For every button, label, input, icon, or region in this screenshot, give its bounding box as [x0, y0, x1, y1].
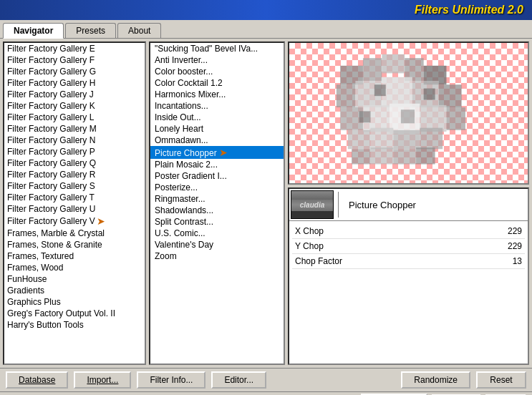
- svg-rect-23: [416, 147, 435, 164]
- svg-rect-2: [363, 58, 382, 81]
- param-row: X Chop229: [292, 224, 525, 239]
- category-item[interactable]: Filter Factory Gallery H: [4, 77, 145, 89]
- status-bar: Database: ICNET-Filters Filters: 4371 ➤ …: [0, 391, 532, 395]
- filter-info-button[interactable]: Filter Info...: [137, 371, 205, 389]
- filter-item[interactable]: Posterize...: [150, 182, 284, 193]
- param-label: Y Chop: [295, 241, 493, 251]
- svg-rect-6: [337, 84, 355, 107]
- import-button[interactable]: Import...: [74, 371, 131, 389]
- main-content: Filter Factory Gallery EFilter Factory G…: [0, 39, 532, 368]
- filter-item[interactable]: Valentine's Day: [150, 239, 284, 250]
- reset-button[interactable]: Reset: [476, 371, 526, 389]
- svg-rect-16: [348, 130, 371, 149]
- category-item[interactable]: Graphics Plus: [4, 296, 145, 308]
- svg-rect-17: [371, 128, 394, 150]
- filter-item[interactable]: Inside Out...: [150, 112, 284, 123]
- plugin-info-panel: claudia Picture Chopper X Chop229Y Chop2…: [288, 187, 529, 365]
- tab-bar: Navigator Presets About: [0, 20, 532, 39]
- tab-navigator[interactable]: Navigator: [3, 23, 64, 39]
- filter-item[interactable]: Split Contrast...: [150, 216, 284, 228]
- preview-image: [289, 43, 528, 183]
- plugin-header: claudia Picture Chopper: [289, 189, 528, 221]
- filter-item[interactable]: Poster Gradient I...: [150, 170, 284, 182]
- plugin-name: Picture Chopper: [346, 200, 526, 210]
- param-label: Chop Factor: [295, 256, 493, 266]
- category-item[interactable]: Frames, Textured: [4, 250, 145, 262]
- filter-item[interactable]: Color Cocktail 1.2: [150, 77, 284, 89]
- category-item[interactable]: Filter Factory Gallery M: [4, 123, 145, 135]
- category-item[interactable]: Filter Factory Gallery L: [4, 112, 145, 123]
- selected-arrow-icon: ➤: [219, 147, 228, 158]
- svg-rect-14: [420, 105, 446, 132]
- plugin-logo-text: claudia: [300, 201, 324, 209]
- app-title: Filters Unlimited 2.0: [415, 4, 523, 16]
- svg-rect-10: [439, 84, 462, 107]
- params-area: X Chop229Y Chop229Chop Factor13: [289, 221, 528, 364]
- category-item[interactable]: Filter Factory Gallery V ➤: [4, 215, 145, 228]
- category-item[interactable]: Filter Factory Gallery T: [4, 192, 145, 203]
- category-item[interactable]: Filter Factory Gallery N: [4, 135, 145, 146]
- svg-rect-24: [374, 84, 386, 96]
- category-item[interactable]: Gradients: [4, 285, 145, 296]
- filter-item[interactable]: U.S. Comic...: [150, 228, 284, 239]
- plugin-name-separator: [338, 192, 339, 218]
- category-item[interactable]: FunHouse: [4, 273, 145, 285]
- category-item[interactable]: Filter Factory Gallery R: [4, 169, 145, 180]
- filter-item[interactable]: Ommadawn...: [150, 135, 284, 146]
- category-item[interactable]: Greg's Factory Output Vol. II: [4, 308, 145, 319]
- plugin-logo: claudia: [291, 190, 334, 219]
- param-value: 13: [493, 256, 522, 266]
- category-list[interactable]: Filter Factory Gallery EFilter Factory G…: [3, 42, 146, 365]
- param-row: Y Chop229: [292, 239, 525, 254]
- filter-item[interactable]: Anti Inverter...: [150, 54, 284, 66]
- action-bar: Database Import... Filter Info... Editor…: [0, 368, 532, 391]
- svg-rect-18: [393, 130, 420, 149]
- category-item[interactable]: Filter Factory Gallery U: [4, 203, 145, 215]
- svg-rect-15: [446, 107, 465, 130]
- category-item[interactable]: Filter Factory Gallery Q: [4, 157, 145, 169]
- category-item[interactable]: Filter Factory Gallery P: [4, 146, 145, 157]
- filter-item[interactable]: Ringmaster...: [150, 193, 284, 205]
- param-label: X Chop: [295, 226, 493, 236]
- category-item[interactable]: Frames, Stone & Granite: [4, 239, 145, 250]
- database-button[interactable]: Database: [6, 371, 68, 389]
- svg-rect-27: [401, 109, 415, 123]
- filter-item[interactable]: Color booster...: [150, 66, 284, 77]
- category-item[interactable]: Filter Factory Gallery S: [4, 180, 145, 192]
- filter-list[interactable]: "Sucking Toad" Bevel IVa...Anti Inverter…: [149, 42, 285, 365]
- param-row: Chop Factor13: [292, 254, 525, 269]
- filter-item[interactable]: "Sucking Toad" Bevel IVa...: [150, 43, 284, 54]
- title-bar: Filters Unlimited 2.0: [0, 0, 532, 20]
- svg-rect-20: [352, 149, 370, 164]
- svg-rect-25: [424, 89, 435, 100]
- tab-presets[interactable]: Presets: [65, 23, 116, 38]
- param-value: 229: [493, 226, 522, 236]
- filter-item[interactable]: Lonely Heart: [150, 123, 284, 135]
- param-value: 229: [493, 241, 522, 251]
- category-item[interactable]: Filter Factory Gallery K: [4, 100, 145, 112]
- category-item[interactable]: Filter Factory Gallery E: [4, 43, 145, 54]
- filter-item[interactable]: Picture Chopper ➤: [150, 146, 284, 159]
- svg-rect-22: [393, 149, 416, 164]
- category-item[interactable]: Filter Factory Gallery G: [4, 66, 145, 77]
- filter-item[interactable]: Shadowlands...: [150, 205, 284, 216]
- filter-item[interactable]: Plain Mosaic 2...: [150, 159, 284, 170]
- tab-about[interactable]: About: [117, 23, 161, 38]
- filter-item[interactable]: Incantations...: [150, 100, 284, 112]
- filter-item[interactable]: Zoom: [150, 250, 284, 262]
- category-item[interactable]: Harry's Button Tools: [4, 319, 145, 331]
- arrow-icon: ➤: [97, 215, 105, 227]
- category-item[interactable]: Frames, Wood: [4, 262, 145, 273]
- svg-rect-26: [359, 111, 371, 122]
- svg-rect-21: [371, 147, 394, 164]
- category-item[interactable]: Frames, Marble & Crystal: [4, 228, 145, 239]
- svg-rect-8: [382, 77, 412, 107]
- preview-area: [288, 42, 529, 185]
- svg-rect-19: [420, 128, 442, 150]
- randomize-button[interactable]: Randomize: [401, 371, 470, 389]
- category-item[interactable]: Filter Factory Gallery F: [4, 54, 145, 66]
- filter-item[interactable]: Harmonics Mixer...: [150, 89, 284, 100]
- right-panel: claudia Picture Chopper X Chop229Y Chop2…: [288, 42, 529, 365]
- editor-button[interactable]: Editor...: [211, 371, 266, 389]
- category-item[interactable]: Filter Factory Gallery J: [4, 89, 145, 100]
